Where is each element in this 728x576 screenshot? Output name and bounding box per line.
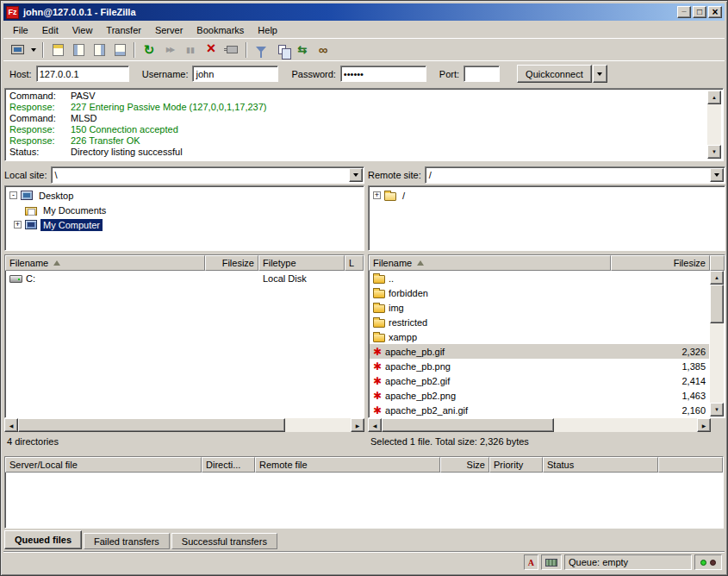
host-input[interactable]: [36, 66, 129, 82]
disconnect-button[interactable]: [221, 41, 242, 59]
scroll-track[interactable]: [18, 418, 351, 432]
scroll-up-icon[interactable]: ▲: [707, 91, 721, 104]
file-row-apache-pb2-gif[interactable]: apache_pb2.gif 2,414: [370, 373, 709, 388]
port-input[interactable]: [464, 66, 500, 82]
column-header-status[interactable]: Status: [543, 457, 658, 473]
file-row-apache-pb-png[interactable]: apache_pb.png 1,385: [370, 359, 709, 373]
tab-failed-transfers[interactable]: Failed transfers: [84, 533, 170, 549]
site-manager-button[interactable]: [7, 41, 28, 59]
image-file-icon: [373, 347, 382, 357]
compare-directories-button[interactable]: [271, 41, 292, 59]
tab-successful-transfers[interactable]: Successful transfers: [171, 533, 277, 549]
scroll-up-icon[interactable]: ▲: [710, 271, 724, 285]
toggle-queue-button[interactable]: [109, 41, 130, 59]
scroll-track[interactable]: [710, 285, 724, 403]
scroll-track[interactable]: [707, 104, 721, 145]
scroll-down-icon[interactable]: ▼: [710, 403, 724, 416]
site-manager-icon: [11, 45, 24, 54]
scroll-down-icon[interactable]: ▼: [707, 145, 721, 159]
toggle-local-tree-button[interactable]: [68, 41, 89, 59]
tree-item-desktop[interactable]: Desktop: [5, 188, 364, 203]
tab-queued-files[interactable]: Queued files: [4, 530, 82, 549]
menu-help[interactable]: Help: [251, 22, 284, 38]
filter-button[interactable]: [251, 41, 271, 59]
encryption-panel[interactable]: [541, 554, 562, 570]
refresh-button[interactable]: [139, 41, 159, 59]
scroll-right-icon[interactable]: ▶: [351, 418, 364, 432]
menu-transfer[interactable]: Transfer: [99, 22, 148, 38]
menu-bookmarks[interactable]: Bookmarks: [190, 22, 251, 38]
column-header-direction[interactable]: Directi...: [202, 457, 255, 473]
synchronized-browsing-button[interactable]: [292, 41, 313, 59]
menu-view[interactable]: View: [65, 22, 100, 38]
local-site-label: Local site:: [4, 170, 47, 180]
menu-server[interactable]: Server: [148, 22, 190, 38]
queue-status-text: Queue: empty: [569, 557, 628, 567]
combo-dropdown-button[interactable]: [710, 168, 724, 182]
tree-item-my-computer[interactable]: My Computer: [5, 217, 364, 232]
toggle-message-log-button[interactable]: [47, 41, 68, 59]
local-site-combobox[interactable]: \: [51, 166, 364, 184]
collapse-icon[interactable]: [9, 191, 17, 199]
file-row-c-drive[interactable]: C: Local Disk: [6, 271, 363, 285]
file-row-up[interactable]: ..: [370, 271, 709, 285]
transfer-type-panel[interactable]: A: [524, 554, 538, 570]
column-header-size[interactable]: Size: [440, 457, 489, 473]
sort-ascending-icon: [417, 260, 424, 266]
remote-horizontal-scrollbar[interactable]: ◀ ▶: [368, 418, 725, 432]
scroll-right-icon[interactable]: ▶: [697, 418, 711, 432]
file-row-apache-pb-gif[interactable]: apache_pb.gif 2,326: [370, 344, 709, 359]
column-header-remote-file[interactable]: Remote file: [255, 457, 440, 473]
username-input[interactable]: [192, 66, 278, 82]
scroll-thumb[interactable]: [18, 418, 285, 432]
menu-file[interactable]: File: [6, 22, 35, 38]
close-button[interactable]: [708, 6, 722, 18]
local-horizontal-scrollbar[interactable]: ◀ ▶: [4, 418, 364, 432]
open-folder-icon: [384, 192, 396, 201]
remote-site-combobox[interactable]: /: [425, 166, 725, 184]
menu-edit[interactable]: Edit: [35, 22, 65, 38]
column-header-filetype[interactable]: Filetype: [258, 255, 345, 271]
scroll-track[interactable]: [382, 418, 697, 432]
file-row-xampp[interactable]: xampp: [370, 329, 709, 344]
pause-queue-button[interactable]: [180, 41, 201, 59]
find-files-button[interactable]: [313, 41, 333, 59]
file-row-forbidden[interactable]: forbidden: [370, 285, 709, 300]
tree-item-root[interactable]: /: [369, 188, 725, 203]
minimize-button[interactable]: [677, 6, 691, 18]
expand-icon[interactable]: [14, 221, 22, 229]
password-input[interactable]: [340, 66, 426, 82]
quickconnect-dropdown[interactable]: [593, 65, 607, 83]
scroll-left-icon[interactable]: ◀: [368, 418, 382, 432]
log-scrollbar[interactable]: ▲ ▼: [707, 91, 721, 159]
file-row-restricted[interactable]: restricted: [370, 315, 709, 329]
scroll-thumb[interactable]: [382, 418, 554, 432]
titlebar[interactable]: Fz john@127.0.0.1 - FileZilla: [3, 3, 725, 21]
menubar: File Edit View Transfer Server Bookmarks…: [3, 22, 725, 38]
column-header-server-local-file[interactable]: Server/Local file: [5, 457, 202, 473]
file-row-apache-pb2-png[interactable]: apache_pb2.png 1,463: [370, 388, 709, 403]
toggle-remote-tree-button[interactable]: [89, 41, 109, 59]
column-header-priority[interactable]: Priority: [489, 457, 543, 473]
cancel-button[interactable]: [201, 41, 221, 59]
combo-dropdown-button[interactable]: [349, 168, 363, 182]
expand-icon[interactable]: [373, 191, 381, 199]
file-row-img[interactable]: img: [370, 300, 709, 315]
queue-body[interactable]: [5, 473, 723, 528]
column-header-filesize[interactable]: Filesize: [611, 255, 710, 271]
maximize-button[interactable]: [693, 6, 706, 18]
column-header-filename[interactable]: Filename: [369, 255, 611, 271]
column-header-filename[interactable]: Filename: [5, 255, 205, 271]
local-site-value: \: [55, 170, 58, 180]
remote-vertical-scrollbar[interactable]: ▲ ▼: [710, 271, 724, 416]
scroll-thumb[interactable]: [710, 285, 724, 323]
toolbar-separator: [246, 42, 247, 58]
scroll-left-icon[interactable]: ◀: [4, 418, 18, 432]
process-queue-button[interactable]: [159, 41, 180, 59]
column-header-filesize[interactable]: Filesize: [205, 255, 258, 271]
quickconnect-button[interactable]: Quickconnect: [517, 65, 592, 83]
tree-item-my-documents[interactable]: My Documents: [5, 203, 364, 217]
column-header-last-modified[interactable]: L: [345, 255, 364, 271]
site-manager-dropdown[interactable]: [28, 41, 39, 59]
file-row-apache-pb2-ani-gif[interactable]: apache_pb2_ani.gif 2,160: [370, 403, 709, 416]
